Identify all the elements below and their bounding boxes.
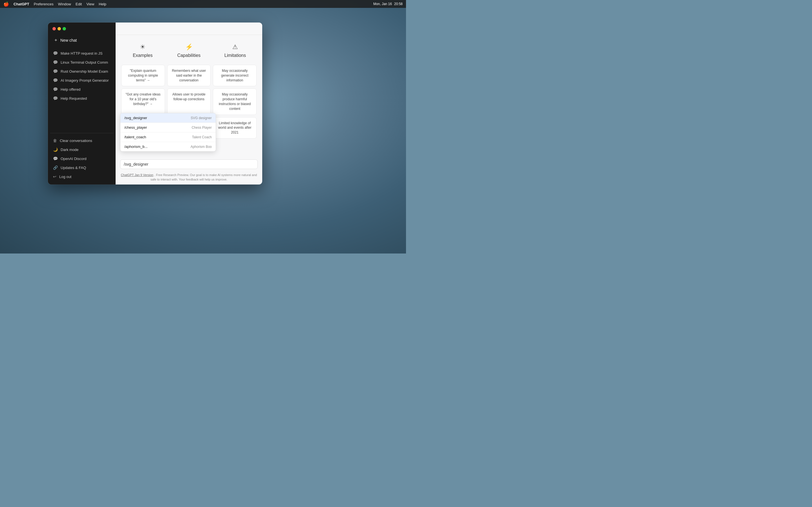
examples-column-header: ☀ Examples <box>121 43 164 58</box>
autocomplete-item-talent-coach[interactable]: /talent_coach Talent Coach <box>120 132 216 142</box>
autocomplete-cmd-2: /chess_player <box>124 125 147 129</box>
chat-input[interactable] <box>124 162 254 166</box>
sidebar-item-ai-imagery[interactable]: 💬 AI Imagery Prompt Generator <box>50 76 113 85</box>
chat-icon: 💬 <box>53 87 58 92</box>
input-area: /svg_designer SVG designer /chess_player… <box>116 156 262 171</box>
discord-label: OpenAI Discord <box>61 157 87 161</box>
sun-icon: ☀ <box>140 43 146 51</box>
sidebar-footer: 🗑 Clear conversations 🌙 Dark mode 💬 Open… <box>48 135 116 184</box>
sidebar-item-label: AI Imagery Prompt Generator <box>61 78 109 82</box>
window-controls <box>52 27 66 31</box>
autocomplete-desc-4: Aphorism Boo <box>191 145 212 149</box>
sidebar-item-http-request[interactable]: 💬 Make HTTP request in JS <box>50 49 113 58</box>
sidebar-chat-list: 💬 Make HTTP request in JS 💬 Linux Termin… <box>48 48 116 131</box>
sidebar-divider <box>50 133 113 133</box>
chat-icon: 💬 <box>53 96 58 101</box>
autocomplete-cmd-1: /svg_designer <box>124 116 147 120</box>
limitations-card-2: May occasionally produce harmful instruc… <box>213 89 257 115</box>
example-card-1-text: "Explain quantum computing in simple ter… <box>128 69 158 82</box>
menubar: 🍎 ChatGPT Preferences Window Edit View H… <box>0 0 406 8</box>
warning-icon: ⚠ <box>232 43 238 51</box>
autocomplete-cmd-4: /aphorism_b... <box>124 145 147 149</box>
menubar-time: 20:58 <box>394 2 403 6</box>
main-titlebar <box>116 22 262 35</box>
dark-mode-button[interactable]: 🌙 Dark mode <box>50 145 113 154</box>
examples-title: Examples <box>133 53 153 58</box>
menu-window[interactable]: Window <box>58 2 71 6</box>
chat-icon: 💬 <box>53 69 58 73</box>
sidebar-item-help-requested[interactable]: 💬 Help Requested <box>50 94 113 103</box>
capabilities-card-1-text: Remembers what user said earlier in the … <box>172 69 206 82</box>
menu-edit[interactable]: Edit <box>75 2 82 6</box>
limitations-card-3: Limited knowledge of world and events af… <box>213 117 257 138</box>
sidebar-item-linux-terminal[interactable]: 💬 Linux Terminal Output Comm <box>50 58 113 67</box>
autocomplete-desc-3: Talent Coach <box>192 135 212 139</box>
chat-icon: 💬 <box>53 60 58 64</box>
sidebar-titlebar <box>48 22 116 35</box>
logout-button[interactable]: ↩ Log out <box>50 172 113 181</box>
menubar-right: Mon, Jan 16 20:58 <box>373 2 403 6</box>
clear-conversations-button[interactable]: 🗑 Clear conversations <box>50 136 113 145</box>
sidebar-item-label: Rust Ownership Model Exam <box>61 69 108 73</box>
sidebar: ＋ New chat 💬 Make HTTP request in JS 💬 L… <box>48 22 116 184</box>
footer-description: . Free Research Preview. Our goal is to … <box>151 173 257 181</box>
logout-icon: ↩ <box>53 174 56 179</box>
example-card-2[interactable]: "Got any creative ideas for a 10 year ol… <box>121 89 165 115</box>
autocomplete-item-svg-designer[interactable]: /svg_designer SVG designer <box>120 113 216 123</box>
discord-button[interactable]: 💬 OpenAI Discord <box>50 154 113 163</box>
menubar-date: Mon, Jan 16 <box>373 2 392 6</box>
autocomplete-desc-1: SVG designer <box>191 116 212 120</box>
sidebar-item-label: Linux Terminal Output Comm <box>61 60 108 64</box>
limitations-title: Limitations <box>224 53 246 58</box>
moon-icon: 🌙 <box>53 147 58 152</box>
menu-preferences[interactable]: Preferences <box>34 2 54 6</box>
trash-icon: 🗑 <box>53 138 57 143</box>
chat-icon: 💬 <box>53 51 58 55</box>
new-chat-button[interactable]: ＋ New chat <box>50 35 113 45</box>
autocomplete-cmd-3: /talent_coach <box>124 135 146 139</box>
menubar-left: 🍎 ChatGPT Preferences Window Edit View H… <box>3 1 106 7</box>
dark-mode-label: Dark mode <box>61 148 79 152</box>
sidebar-item-rust-ownership[interactable]: 💬 Rust Ownership Model Exam <box>50 67 113 76</box>
capabilities-title: Capabilities <box>177 53 201 58</box>
menu-view[interactable]: View <box>86 2 94 6</box>
limitations-card-1: May occasionally generate incorrect info… <box>213 65 257 86</box>
discord-icon: 💬 <box>53 156 58 161</box>
capabilities-card-2: Allows user to provide follow-up correct… <box>167 89 211 115</box>
main-content: ☀ Examples ⚡ Capabilities ⚠ Limitations <box>116 22 262 184</box>
limitations-card-2-text: May occasionally produce harmful instruc… <box>219 93 251 110</box>
footer-text: ChatGPT Jan 9 Version . Free Research Pr… <box>116 171 262 184</box>
chat-icon: 💬 <box>53 78 58 82</box>
link-icon: 🔗 <box>53 165 58 170</box>
window-maximize-button[interactable] <box>63 27 66 31</box>
new-chat-label: New chat <box>60 38 77 43</box>
clear-conversations-label: Clear conversations <box>60 138 92 143</box>
menu-help[interactable]: Help <box>99 2 106 6</box>
input-wrapper <box>120 159 258 169</box>
updates-faq-button[interactable]: 🔗 Updates & FAQ <box>50 163 113 172</box>
footer-version-link[interactable]: ChatGPT Jan 9 Version <box>121 173 153 177</box>
sidebar-item-label: Help offered <box>61 87 81 92</box>
updates-faq-label: Updates & FAQ <box>61 166 86 170</box>
lightning-icon: ⚡ <box>185 43 193 51</box>
app-menu-chatgpt[interactable]: ChatGPT <box>13 2 29 6</box>
sidebar-item-help-offered[interactable]: 💬 Help offered <box>50 85 113 94</box>
window-minimize-button[interactable] <box>57 27 61 31</box>
autocomplete-item-aphorism[interactable]: /aphorism_b... Aphorism Boo <box>120 142 216 151</box>
example-card-1[interactable]: "Explain quantum computing in simple ter… <box>121 65 165 86</box>
capabilities-card-2-text: Allows user to provide follow-up correct… <box>172 93 205 101</box>
limitations-card-1-text: May occasionally generate incorrect info… <box>221 69 248 82</box>
capabilities-column-header: ⚡ Capabilities <box>167 43 210 58</box>
sidebar-item-label: Make HTTP request in JS <box>61 51 103 55</box>
limitations-card-3-text: Limited knowledge of world and events af… <box>218 121 252 135</box>
autocomplete-desc-2: Chess Player <box>192 126 212 129</box>
limitations-column-header: ⚠ Limitations <box>214 43 257 58</box>
apple-menu[interactable]: 🍎 <box>3 1 9 7</box>
sidebar-item-label: Help Requested <box>61 96 87 101</box>
autocomplete-dropdown[interactable]: /svg_designer SVG designer /chess_player… <box>120 113 216 152</box>
window-close-button[interactable] <box>52 27 56 31</box>
new-chat-icon: ＋ <box>54 37 58 43</box>
capabilities-card-1: Remembers what user said earlier in the … <box>167 65 211 86</box>
autocomplete-item-chess-player[interactable]: /chess_player Chess Player <box>120 123 216 132</box>
columns-headers: ☀ Examples ⚡ Capabilities ⚠ Limitations <box>121 43 257 61</box>
